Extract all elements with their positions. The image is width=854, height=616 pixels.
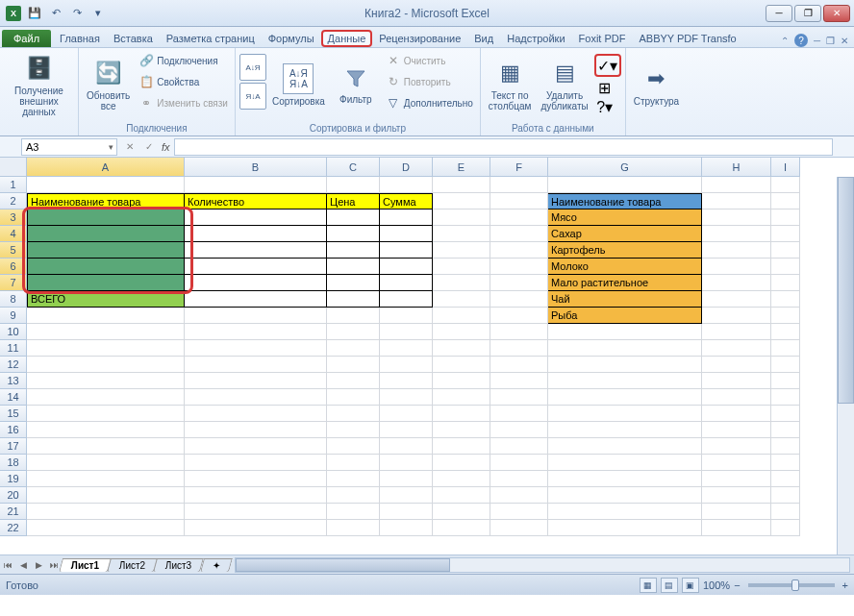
cell[interactable] [433, 373, 490, 389]
cell[interactable]: Цена [327, 193, 380, 209]
cell[interactable]: Мясо [548, 209, 702, 226]
whatif-button[interactable]: ?▾ [594, 98, 615, 115]
cell[interactable] [27, 438, 185, 455]
cell[interactable] [771, 259, 800, 275]
cell[interactable] [702, 487, 771, 504]
cell[interactable] [27, 520, 185, 536]
cell[interactable] [548, 422, 702, 438]
properties-button[interactable]: 📋Свойства [136, 71, 231, 92]
cell[interactable] [702, 455, 771, 471]
cell[interactable] [380, 291, 433, 308]
cell[interactable] [771, 406, 800, 422]
column-header[interactable]: B [185, 158, 327, 177]
cell[interactable] [185, 504, 327, 520]
cell[interactable] [771, 438, 800, 455]
cell[interactable] [327, 308, 380, 324]
new-sheet-button[interactable]: ✦ [200, 558, 233, 572]
row-header[interactable]: 2 [0, 193, 27, 209]
select-all-corner[interactable] [0, 158, 27, 177]
cell[interactable] [490, 324, 548, 340]
cell[interactable] [185, 324, 327, 340]
vscroll-thumb[interactable] [838, 177, 854, 404]
cell[interactable] [702, 177, 771, 193]
cell[interactable] [490, 177, 548, 193]
cell[interactable] [771, 226, 800, 242]
cell[interactable] [490, 259, 548, 275]
cell[interactable] [490, 406, 548, 422]
row-header[interactable]: 6 [0, 259, 27, 275]
row-header[interactable]: 19 [0, 471, 27, 487]
refresh-all-button[interactable]: 🔄 Обновить все [83, 50, 134, 119]
cell[interactable] [185, 487, 327, 504]
cell[interactable] [702, 275, 771, 291]
cell[interactable] [327, 357, 380, 373]
cell[interactable] [702, 520, 771, 536]
cell[interactable] [380, 177, 433, 193]
row-header[interactable]: 9 [0, 308, 27, 324]
cell[interactable] [327, 226, 380, 242]
row-header[interactable]: 11 [0, 340, 27, 357]
cell[interactable]: Количество [185, 193, 327, 209]
row-header[interactable]: 15 [0, 406, 27, 422]
cell[interactable] [27, 259, 185, 275]
cell[interactable] [185, 455, 327, 471]
column-header[interactable]: C [327, 158, 380, 177]
file-tab[interactable]: Файл [2, 30, 51, 47]
cell[interactable] [433, 455, 490, 471]
cell[interactable] [548, 520, 702, 536]
cell[interactable] [490, 487, 548, 504]
cell[interactable] [548, 406, 702, 422]
cell[interactable] [771, 275, 800, 291]
cell[interactable] [185, 308, 327, 324]
cell[interactable] [771, 193, 800, 209]
cell[interactable] [490, 389, 548, 406]
cell[interactable] [380, 209, 433, 226]
zoom-level[interactable]: 100% [703, 579, 730, 591]
column-header[interactable]: A [27, 158, 185, 177]
cell[interactable] [490, 308, 548, 324]
sort-asc-button[interactable]: А↓Я [239, 54, 266, 81]
cell[interactable] [490, 209, 548, 226]
cell[interactable]: ВСЕГО [27, 291, 185, 308]
cell[interactable] [490, 291, 548, 308]
cell[interactable] [548, 487, 702, 504]
row-header[interactable]: 22 [0, 520, 27, 536]
cell[interactable] [27, 389, 185, 406]
cell[interactable] [380, 471, 433, 487]
doc-close-icon[interactable]: ✕ [841, 36, 848, 46]
cell[interactable] [27, 504, 185, 520]
cell[interactable] [490, 422, 548, 438]
cell[interactable] [185, 438, 327, 455]
cell[interactable] [433, 438, 490, 455]
cell[interactable]: Мало растительное [548, 275, 702, 291]
sheet-tab-3[interactable]: Лист3 [154, 558, 205, 572]
cell[interactable] [771, 373, 800, 389]
cell[interactable] [702, 308, 771, 324]
view-normal-button[interactable]: ▦ [640, 578, 657, 593]
cell[interactable] [185, 291, 327, 308]
cell[interactable] [327, 340, 380, 357]
zoom-thumb[interactable] [791, 579, 799, 591]
cell[interactable] [433, 259, 490, 275]
row-header[interactable]: 4 [0, 226, 27, 242]
cell[interactable] [548, 455, 702, 471]
cell[interactable] [490, 504, 548, 520]
cell[interactable] [771, 242, 800, 259]
cell[interactable] [380, 406, 433, 422]
cells-container[interactable]: Наименование товараКоличествоЦенаСуммаВС… [27, 177, 837, 554]
cell[interactable] [27, 308, 185, 324]
cell[interactable] [771, 422, 800, 438]
cell[interactable] [433, 471, 490, 487]
cell[interactable] [702, 291, 771, 308]
cell[interactable] [433, 340, 490, 357]
cell[interactable] [702, 340, 771, 357]
cell[interactable] [185, 471, 327, 487]
cell[interactable] [771, 357, 800, 373]
cell[interactable] [771, 487, 800, 504]
row-header[interactable]: 7 [0, 275, 27, 291]
cell[interactable] [771, 308, 800, 324]
column-header[interactable]: H [702, 158, 771, 177]
cell[interactable]: Картофель [548, 242, 702, 259]
cell[interactable] [433, 226, 490, 242]
row-header[interactable]: 13 [0, 373, 27, 389]
